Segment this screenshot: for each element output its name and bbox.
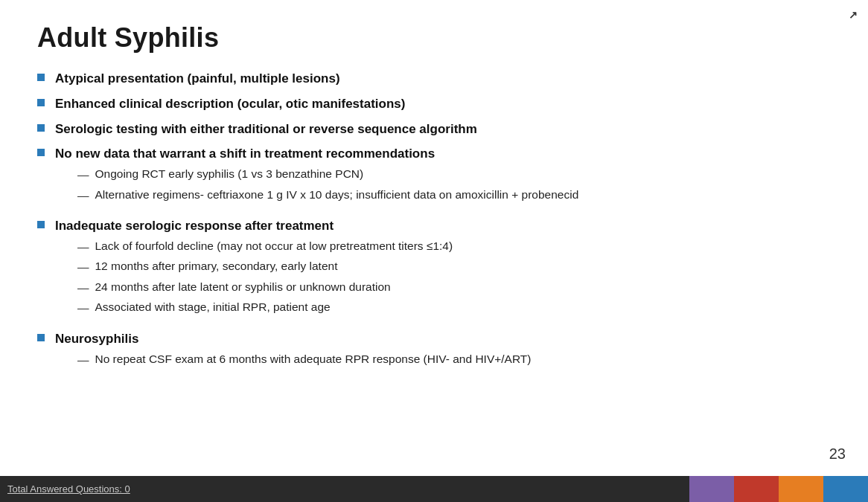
bottom-bar: Total Answered Questions: 0	[0, 476, 868, 502]
sub-list-item: —24 months after late latent or syphilis…	[55, 279, 823, 296]
list-item-1: Atypical presentation (painful, multiple…	[37, 70, 823, 88]
sub-list-item: —12 months after primary, secondary, ear…	[55, 258, 823, 275]
sub-list-item-text: Ongoing RCT early syphilis (1 vs 3 benza…	[95, 166, 364, 182]
dash-icon: —	[77, 352, 89, 368]
sub-list-item: —Associated with stage, initial RPR, pat…	[55, 299, 823, 316]
sub-list-item-text: 12 months after primary, secondary, earl…	[95, 258, 338, 274]
sub-list-item: —Alternative regimens- ceftriaxone 1 g I…	[55, 187, 823, 204]
list-item-2: Enhanced clinical description (ocular, o…	[37, 95, 823, 113]
color-blocks	[689, 476, 868, 502]
sub-list-item-text: Alternative regimens- ceftriaxone 1 g IV…	[95, 187, 579, 203]
list-item-6: Neurosyphilis—No repeat CSF exam at 6 mo…	[37, 330, 823, 374]
list-item-text: Neurosyphilis	[55, 330, 823, 348]
bottom-bar-text: Total Answered Questions: 0	[7, 483, 130, 495]
sub-list: —No repeat CSF exam at 6 months with ade…	[55, 351, 823, 371]
slide-title: Adult Syphilis	[37, 22, 823, 54]
dash-icon: —	[77, 300, 89, 316]
bullet-square-icon	[37, 99, 45, 106]
sub-list-item: —No repeat CSF exam at 6 months with ade…	[55, 351, 823, 368]
bullet-square-icon	[37, 149, 45, 156]
bullet-square-icon	[37, 334, 45, 341]
main-list: Atypical presentation (painful, multiple…	[37, 70, 823, 374]
dash-icon: —	[77, 259, 89, 275]
sub-list-item-text: Associated with stage, initial RPR, pati…	[95, 299, 331, 315]
dash-icon: —	[77, 187, 89, 204]
color-block-3	[779, 476, 823, 502]
page-number: 23	[829, 445, 846, 463]
color-block-4	[823, 476, 868, 502]
sub-list-item: —Ongoing RCT early syphilis (1 vs 3 benz…	[55, 166, 823, 183]
bullet-square-icon	[37, 124, 45, 132]
list-item-text: No new data that warrant a shift in trea…	[55, 145, 823, 163]
sub-list: —Ongoing RCT early syphilis (1 vs 3 benz…	[55, 166, 823, 207]
slide-container: ↗ Adult Syphilis Atypical presentation (…	[0, 0, 868, 476]
list-item-text: Atypical presentation (painful, multiple…	[55, 70, 823, 88]
sub-list-item-text: Lack of fourfold decline (may not occur …	[95, 238, 453, 254]
list-item-text: Serologic testing with either traditiona…	[55, 120, 823, 138]
sub-list-item-text: No repeat CSF exam at 6 months with adeq…	[95, 351, 532, 367]
dash-icon: —	[77, 239, 89, 255]
color-block-2	[734, 476, 779, 502]
sub-list-item-text: 24 months after late latent or syphilis …	[95, 279, 391, 295]
list-item-5: Inadequate serologic response after trea…	[37, 217, 823, 323]
list-item-4: No new data that warrant a shift in trea…	[37, 145, 823, 210]
dash-icon: —	[77, 167, 89, 183]
bullet-square-icon	[37, 74, 45, 81]
list-item-text: Inadequate serologic response after trea…	[55, 217, 823, 235]
minimize-icon[interactable]: ↗	[849, 9, 858, 21]
bullet-square-icon	[37, 221, 45, 228]
color-block-1	[689, 476, 734, 502]
list-item-3: Serologic testing with either traditiona…	[37, 120, 823, 138]
list-item-text: Enhanced clinical description (ocular, o…	[55, 95, 823, 113]
sub-list: —Lack of fourfold decline (may not occur…	[55, 238, 823, 320]
sub-list-item: —Lack of fourfold decline (may not occur…	[55, 238, 823, 255]
dash-icon: —	[77, 280, 89, 296]
